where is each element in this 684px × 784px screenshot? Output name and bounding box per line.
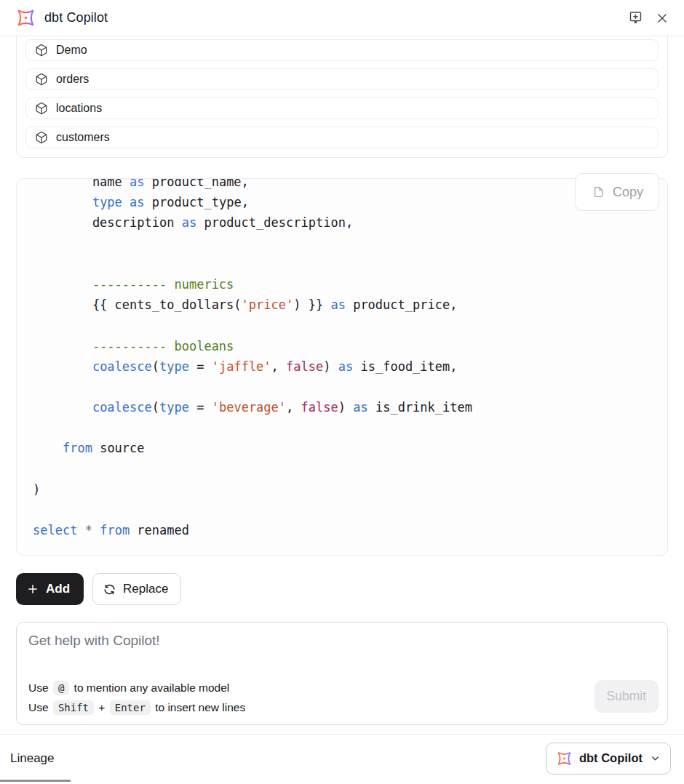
code-token: 'jaffle' [212,359,271,374]
code-token: = [189,359,212,374]
model-list-card: Demo orders locations customers [16,36,668,158]
popout-new-thread-button[interactable] [628,10,643,25]
add-button[interactable]: Add [16,573,84,605]
add-button-label: Add [46,582,70,596]
model-cube-icon [35,73,48,86]
chevron-down-icon [650,753,661,764]
model-chip-label: orders [56,73,89,86]
model-chip-customers[interactable]: customers [25,127,659,148]
code-line: coalesce(type = 'beverage', false) as is… [33,397,656,417]
refresh-icon [103,583,116,596]
model-chip-label: locations [56,102,102,115]
copilot-message-area: Demo orders locations customers [0,36,684,725]
key-badge: Enter [110,700,151,715]
submit-button[interactable]: Submit [594,680,659,713]
code-token: as [130,178,144,189]
code-token: false [286,359,323,374]
code-line: {{ cents_to_dollars('price') }} as produ… [33,295,656,315]
key-badge: @ [53,681,69,695]
code-token: name [33,178,130,189]
code-token [33,195,92,209]
prompt-placeholder: Get help with Copilot! [28,633,160,649]
code-token: renamed [130,523,189,537]
code-line: ) [33,479,656,500]
code-token: from [100,523,130,537]
code-scroll-view[interactable]: name as product_name, type as product_ty… [16,178,668,556]
bottom-bar: Lineage dbt Copilot [0,734,684,782]
code-token: ---------- booleans [33,339,234,353]
code-token [33,400,92,415]
code-token: product_type, [145,195,249,209]
code-token: description [33,215,182,230]
code-token: as [353,400,367,415]
model-cube-icon [35,44,48,57]
prompt-hints: Use @ to mention any available modelUse … [28,676,245,715]
model-chip-label: customers [56,131,110,144]
close-panel-button[interactable] [655,11,669,25]
model-chip-label: Demo [56,44,87,57]
code-line: type as product_type, [33,192,656,212]
model-chip-locations[interactable]: locations [25,97,659,119]
code-token: product_name, [145,178,249,189]
replace-button[interactable]: Replace [92,573,181,605]
code-line [33,500,656,520]
code-line: coalesce(type = 'jaffle', false) as is_f… [33,356,656,377]
model-chip-demo[interactable]: Demo [25,39,659,61]
hint-text: Use [28,681,52,695]
code-token [33,441,63,455]
code-line [33,254,656,274]
code-token: ---------- numerics [33,277,234,292]
key-badge: Shift [53,700,94,715]
code-token: ) [33,482,40,497]
code-line [33,233,656,254]
model-chip-orders[interactable]: orders [25,68,659,90]
code-line: name as product_name, [33,178,656,192]
code-token: ( [152,359,159,374]
code-token: , [271,359,286,374]
code-content: name as product_name, type as product_ty… [33,178,656,540]
code-token: product_description, [196,215,353,230]
code-token: coalesce [92,359,152,374]
code-token: type [159,400,189,415]
copy-icon [591,185,605,199]
code-line: select * from renamed [33,520,656,540]
code-token: as [338,359,353,374]
active-tab-indicator [0,780,71,782]
prompt-input[interactable]: Get help with Copilot! Use @ to mention … [16,622,668,725]
dbt-copilot-logo-icon [557,751,572,766]
code-token: = [189,400,212,415]
code-token: * [85,523,92,537]
code-token: false [301,400,338,415]
copilot-dropdown-button[interactable]: dbt Copilot [546,743,671,775]
code-line [33,417,656,438]
code-token: select [33,523,77,537]
tab-lineage[interactable]: Lineage [10,751,55,766]
code-token: type [159,359,189,374]
panel-title: dbt Copilot [44,10,108,25]
close-icon [655,11,669,25]
code-token: , [286,400,301,415]
code-line [33,315,656,335]
code-token: ) }} [293,297,330,312]
copy-button-label: Copy [613,185,643,200]
code-token: from [63,441,92,455]
code-token: type [92,195,122,209]
hint-text: to mention any available model [71,681,229,695]
code-line: ---------- numerics [33,274,656,295]
replace-button-label: Replace [123,582,168,596]
model-cube-icon [35,131,48,144]
hint-text: Use [28,701,52,714]
code-token: {{ cents_to_dollars( [33,297,242,312]
copy-code-button[interactable]: Copy [575,173,659,211]
code-token [92,523,100,537]
sql-code-block: name as product_name, type as product_ty… [16,178,668,556]
code-token: source [92,441,145,455]
code-token: as [330,297,345,312]
code-token: 'beverage' [212,400,286,415]
model-cube-icon [35,102,48,115]
hint-text: + [95,701,108,714]
code-token: coalesce [92,400,152,415]
code-token [33,359,92,374]
popout-plus-icon [628,10,643,25]
code-token: is_food_item, [353,359,457,374]
